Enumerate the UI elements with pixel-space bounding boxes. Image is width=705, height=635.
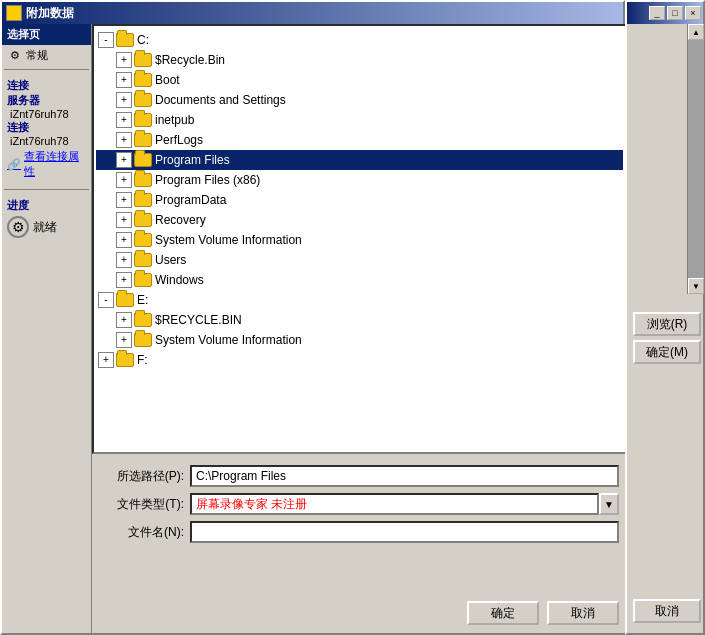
filetype-input-container: 屏幕录像专家 未注册 http://www.tlxsoft.com ▼	[190, 493, 619, 515]
expander-progfiles[interactable]: +	[116, 152, 132, 168]
expander-e_drive[interactable]: -	[98, 292, 114, 308]
folder-icon-progdata	[134, 193, 152, 207]
filetype-display[interactable]: 屏幕录像专家 未注册 http://www.tlxsoft.com	[190, 493, 599, 515]
expander-recycle_e[interactable]: +	[116, 312, 132, 328]
divider-1	[4, 69, 89, 70]
filetype-row: 文件类型(T): 屏幕录像专家 未注册 http://www.tlxsoft.c…	[100, 493, 619, 515]
connection-label: 连接	[7, 120, 86, 135]
tree-label-inetpub: inetpub	[155, 111, 194, 129]
outer-window-title: 附加数据	[26, 5, 619, 22]
expander-perflogs[interactable]: +	[116, 132, 132, 148]
tree-label-boot: Boot	[155, 71, 180, 89]
expander-boot[interactable]: +	[116, 72, 132, 88]
link-icon: 🔗	[7, 158, 21, 171]
minimize-button[interactable]: _	[649, 6, 665, 20]
tree-label-c_drive: C:	[137, 31, 149, 49]
left-panel: 选择页 ⚙ 常规 连接 服务器 iZnt76ruh78 连接 iZnt76ruh…	[2, 24, 92, 633]
tree-item-sysvolinfo[interactable]: +System Volume Information	[96, 230, 623, 250]
cancel-button[interactable]: 取消	[547, 601, 619, 625]
watermark-line1: 屏幕录像专家 未注册	[196, 497, 307, 511]
expander-progdata[interactable]: +	[116, 192, 132, 208]
expander-users[interactable]: +	[116, 252, 132, 268]
tree-item-inetpub[interactable]: +inetpub	[96, 110, 623, 130]
file-browser[interactable]: -C:+$Recycle.Bin+Boot+Documents and Sett…	[92, 24, 627, 454]
expander-inetpub[interactable]: +	[116, 112, 132, 128]
outer-window: 附加数据 选择页 ⚙ 常规 连接 服务器 iZnt76ruh78 连接 iZnt…	[0, 0, 625, 635]
tree-label-progfiles: Program Files	[155, 151, 230, 169]
scroll-up-arrow[interactable]: ▲	[688, 24, 704, 40]
progress-item: ⚙ 就绪	[7, 213, 86, 241]
tree-label-e_drive: E:	[137, 291, 148, 309]
tree-item-recovery[interactable]: +Recovery	[96, 210, 623, 230]
connection-value: iZnt76ruh78	[7, 135, 86, 147]
left-panel-title: 选择页	[2, 24, 91, 45]
right-panel: _ □ × ▲ ▼ 浏览(R) 确定(M) 取消	[625, 0, 705, 635]
expander-progfiles86[interactable]: +	[116, 172, 132, 188]
folder-icon-sysvolinfo_e	[134, 333, 152, 347]
tree-item-users[interactable]: +Users	[96, 250, 623, 270]
close-button[interactable]: ×	[685, 6, 701, 20]
tree-item-recycle[interactable]: +$Recycle.Bin	[96, 50, 623, 70]
tree-item-sysvolinfo_e[interactable]: +System Volume Information	[96, 330, 623, 350]
right-button-area: 浏览(R) 确定(M)	[633, 312, 701, 364]
tree-view[interactable]: -C:+$Recycle.Bin+Boot+Documents and Sett…	[94, 26, 625, 452]
filename-input[interactable]	[190, 521, 619, 543]
tree-label-dos: Documents and Settings	[155, 91, 286, 109]
outer-title-bar: 附加数据	[2, 2, 623, 24]
expander-f_drive[interactable]: +	[98, 352, 114, 368]
tree-item-boot[interactable]: +Boot	[96, 70, 623, 90]
folder-icon-progfiles	[134, 153, 152, 167]
right-scrollbar[interactable]: ▲ ▼	[687, 24, 703, 294]
watermark-line2: http://www.tlxsoft.com	[196, 514, 302, 515]
folder-icon-sysvolinfo	[134, 233, 152, 247]
tree-label-sysvolinfo_e: System Volume Information	[155, 331, 302, 349]
folder-icon-recycle_e	[134, 313, 152, 327]
tree-label-progdata: ProgramData	[155, 191, 226, 209]
progress-status: 就绪	[33, 219, 57, 236]
right-cancel-button[interactable]: 取消	[633, 599, 701, 623]
progress-gear-icon: ⚙	[7, 216, 29, 238]
tree-item-recycle_e[interactable]: +$RECYCLE.BIN	[96, 310, 623, 330]
folder-icon-inetpub	[134, 113, 152, 127]
tree-label-windows: Windows	[155, 271, 204, 289]
folder-icon-progfiles86	[134, 173, 152, 187]
maximize-button[interactable]: □	[667, 6, 683, 20]
tree-label-users: Users	[155, 251, 186, 269]
tree-item-perflogs[interactable]: +PerfLogs	[96, 130, 623, 150]
tree-label-recycle: $Recycle.Bin	[155, 51, 225, 69]
connection-section: 连接 服务器 iZnt76ruh78 连接 iZnt76ruh78 🔗 查看连接…	[2, 74, 91, 185]
path-row: 所选路径(P):	[100, 465, 619, 487]
tree-item-e_drive[interactable]: -E:	[96, 290, 623, 310]
tree-item-dos[interactable]: +Documents and Settings	[96, 90, 623, 110]
sidebar-item-general[interactable]: ⚙ 常规	[2, 45, 91, 65]
expander-recovery[interactable]: +	[116, 212, 132, 228]
ok-button[interactable]: 确定(M)	[633, 340, 701, 364]
tree-item-progfiles[interactable]: +Program Files	[96, 150, 623, 170]
expander-recycle[interactable]: +	[116, 52, 132, 68]
expander-sysvolinfo_e[interactable]: +	[116, 332, 132, 348]
filetype-dropdown-arrow[interactable]: ▼	[599, 493, 619, 515]
tree-item-progfiles86[interactable]: +Program Files (x86)	[96, 170, 623, 190]
tree-item-windows[interactable]: +Windows	[96, 270, 623, 290]
tree-label-recycle_e: $RECYCLE.BIN	[155, 311, 242, 329]
filetype-label: 文件类型(T):	[100, 496, 190, 513]
tree-item-progdata[interactable]: +ProgramData	[96, 190, 623, 210]
path-input[interactable]	[190, 465, 619, 487]
expander-dos[interactable]: +	[116, 92, 132, 108]
right-title-bar: _ □ ×	[627, 2, 703, 24]
folder-icon-dos	[134, 93, 152, 107]
confirm-button[interactable]: 确定	[467, 601, 539, 625]
expander-sysvolinfo[interactable]: +	[116, 232, 132, 248]
browse-button[interactable]: 浏览(R)	[633, 312, 701, 336]
tree-label-recovery: Recovery	[155, 211, 206, 229]
form-area: 所选路径(P): 文件类型(T): 屏幕录像专家 未注册 http://www.…	[92, 459, 627, 555]
expander-c_drive[interactable]: -	[98, 32, 114, 48]
tree-item-f_drive[interactable]: +F:	[96, 350, 623, 370]
folder-icon-c_drive	[116, 33, 134, 47]
scroll-down-arrow[interactable]: ▼	[688, 278, 704, 294]
view-connection-link[interactable]: 🔗 查看连接属性	[7, 147, 86, 181]
expander-windows[interactable]: +	[116, 272, 132, 288]
server-value: iZnt76ruh78	[7, 108, 86, 120]
tree-item-c_drive[interactable]: -C:	[96, 30, 623, 50]
folder-icon-boot	[134, 73, 152, 87]
